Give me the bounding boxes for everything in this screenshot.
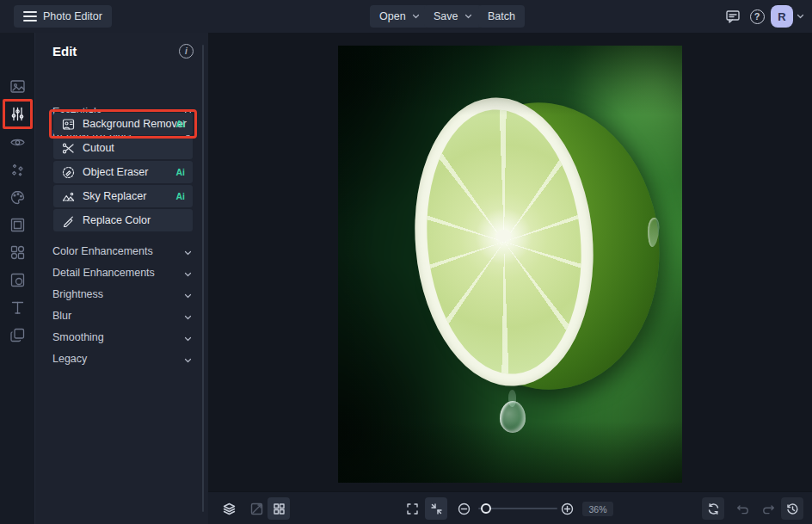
refresh-icon: [706, 502, 721, 516]
ai-badge: Ai: [176, 119, 186, 129]
account-chevron-down-icon[interactable]: [797, 14, 804, 19]
batch-button[interactable]: Batch: [478, 5, 525, 28]
top-bar: Photo Editor Open Save Batch ? R: [0, 0, 812, 33]
image-icon: [9, 77, 27, 96]
sliders-icon: [9, 105, 27, 123]
panel-scrollbar[interactable]: [202, 45, 204, 512]
info-icon[interactable]: i: [179, 44, 194, 59]
redo-button[interactable]: [757, 497, 779, 520]
tool-background-remover[interactable]: Background Remover Ai: [53, 113, 193, 135]
zoom-slider-knob[interactable]: [481, 503, 491, 514]
chat-bubble-icon: [725, 9, 741, 24]
canvas-area[interactable]: [208, 33, 812, 491]
chevron-down-icon: [184, 315, 192, 320]
zoom-out-button[interactable]: [452, 497, 475, 520]
chevron-down-icon: [184, 358, 192, 363]
rail-item-graphics[interactable]: [9, 244, 27, 262]
chevron-down-icon: [184, 250, 192, 256]
history-button[interactable]: [781, 497, 803, 520]
tool-rail: [0, 33, 35, 524]
compare-icon: [249, 502, 264, 516]
app-title: Photo Editor: [43, 10, 102, 22]
section-label: Legacy: [52, 353, 87, 365]
fullscreen-button[interactable]: [401, 497, 423, 520]
remove-replace-tools: Background Remover Ai Cutout Object Eras…: [53, 113, 193, 233]
help-icon: ?: [750, 9, 765, 24]
undo-button[interactable]: [731, 497, 754, 520]
tool-object-eraser[interactable]: Object Eraser Ai: [53, 161, 193, 183]
shapes-icon: [9, 244, 27, 262]
eraser-icon: [62, 166, 75, 179]
avatar[interactable]: R: [771, 5, 793, 28]
feedback-button[interactable]: [723, 6, 743, 27]
compare-button[interactable]: [245, 497, 268, 520]
redo-icon: [761, 502, 776, 516]
eye-icon: [9, 133, 27, 151]
zoom-in-button[interactable]: [556, 497, 578, 520]
section-legacy[interactable]: Legacy: [35, 350, 208, 369]
section-brightness[interactable]: Brightness: [35, 286, 208, 305]
layers-button[interactable]: [218, 497, 240, 520]
section-label: Brightness: [52, 288, 103, 300]
section-label: Blur: [52, 310, 71, 322]
refresh-button[interactable]: [702, 497, 724, 520]
section-color-enhancements[interactable]: Color Enhancements: [35, 243, 208, 262]
rail-item-templates[interactable]: [9, 326, 27, 344]
panel-title: Edit: [52, 44, 77, 59]
section-label: Detail Enhancements: [52, 267, 155, 279]
tool-label: Object Eraser: [83, 166, 148, 178]
tool-cutout[interactable]: Cutout: [53, 137, 193, 159]
tool-replace-color[interactable]: Replace Color: [53, 209, 193, 231]
plus-circle-icon: [560, 502, 575, 516]
ai-badge: Ai: [176, 191, 186, 201]
section-blur[interactable]: Blur: [35, 307, 208, 326]
bottom-toolbar: 36%: [208, 491, 812, 524]
text-icon: [9, 299, 27, 317]
rail-item-artsy[interactable]: [9, 188, 27, 207]
photo-lime[interactable]: [338, 46, 682, 483]
rail-item-touch-up[interactable]: [9, 133, 27, 151]
pen-icon: [62, 214, 75, 227]
rail-item-frames[interactable]: [9, 216, 27, 234]
history-icon: [785, 502, 800, 516]
layers-icon: [222, 502, 237, 516]
tool-label: Sky Replacer: [83, 190, 146, 202]
tool-label: Replace Color: [83, 214, 151, 226]
chevron-down-icon: [184, 293, 192, 299]
open-label: Open: [379, 10, 406, 22]
rail-item-text[interactable]: [9, 299, 27, 317]
rail-item-effects[interactable]: [9, 161, 27, 179]
overlay-icon: [9, 271, 27, 289]
palette-icon: [9, 188, 27, 207]
sparkles-icon: [9, 161, 27, 179]
rail-item-overlays[interactable]: [9, 271, 27, 289]
section-smoothing[interactable]: Smoothing: [35, 329, 208, 348]
rail-item-edit[interactable]: [9, 105, 27, 123]
portrait-icon: [62, 118, 75, 131]
duplicate-icon: [9, 326, 27, 344]
grid-view-button[interactable]: [268, 497, 290, 520]
sky-mountains-icon: [62, 190, 75, 203]
section-detail-enhancements[interactable]: Detail Enhancements: [35, 264, 208, 283]
chevron-down-icon: [412, 14, 420, 19]
section-label: Smoothing: [52, 331, 104, 343]
batch-label: Batch: [488, 10, 515, 22]
ai-badge: Ai: [176, 167, 186, 177]
frame-icon: [9, 216, 27, 234]
minus-circle-icon: [457, 502, 471, 516]
tool-label: Cutout: [83, 142, 114, 154]
save-button[interactable]: Save: [424, 5, 482, 28]
fullscreen-icon: [405, 502, 420, 516]
main-menu-button[interactable]: Photo Editor: [14, 5, 112, 28]
rail-item-image-manager[interactable]: [9, 77, 27, 96]
fit-screen-icon: [429, 502, 444, 516]
help-button[interactable]: ?: [747, 6, 767, 27]
tool-sky-replacer[interactable]: Sky Replacer Ai: [53, 185, 193, 207]
fit-to-screen-button[interactable]: [425, 497, 447, 520]
chevron-down-icon: [464, 14, 472, 19]
section-label: Color Enhancements: [52, 245, 153, 257]
undo-icon: [735, 502, 750, 516]
save-label: Save: [434, 10, 458, 22]
open-button[interactable]: Open: [370, 5, 429, 28]
zoom-percentage[interactable]: 36%: [582, 502, 613, 516]
